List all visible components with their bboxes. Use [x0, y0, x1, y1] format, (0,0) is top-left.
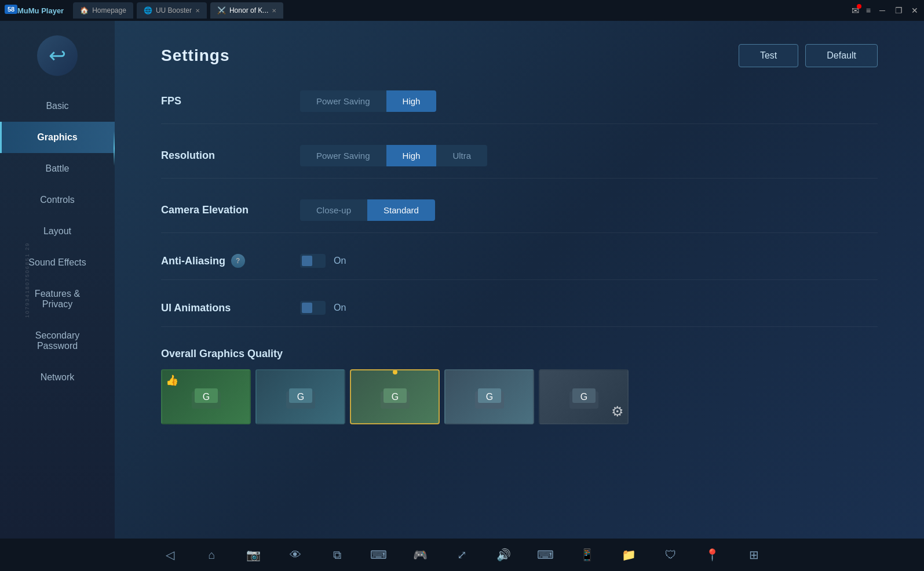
- taskbar-gamepad-icon[interactable]: 🎮: [411, 545, 430, 564]
- svg-text:G: G: [485, 392, 492, 402]
- camera-controls: Close-up Standard: [300, 199, 435, 221]
- tab-honor-icon: ⚔️: [217, 6, 226, 14]
- quality-thumb-1-badge: 👍: [166, 374, 178, 387]
- resolution-ultra-button[interactable]: Ultra: [436, 145, 487, 166]
- sidebar-item-features[interactable]: Features &Privacy: [0, 278, 115, 320]
- uianimations-value: On: [334, 303, 346, 313]
- svg-text:G: G: [202, 392, 209, 402]
- sidebar-item-basic[interactable]: Basic: [0, 90, 115, 122]
- quality-thumb-2-inner: G: [257, 370, 344, 423]
- content-header: Settings Test Default: [161, 44, 878, 67]
- notification-dot: [857, 4, 861, 9]
- taskbar-eye-icon[interactable]: 👁: [286, 545, 305, 564]
- taskbar-grid-icon[interactable]: ⊞: [745, 545, 764, 564]
- antialiasing-label: Anti-Aliasing ?: [161, 254, 300, 268]
- svg-text:G: G: [391, 392, 398, 402]
- tab-honor-label: Honor of K...: [229, 6, 268, 14]
- antialiasing-label-text: Anti-Aliasing: [161, 255, 225, 267]
- tab-homepage[interactable]: 🏠 Homepage: [73, 2, 133, 19]
- camera-setting-row: Camera Elevation Close-up Standard: [161, 199, 878, 233]
- sidebar-item-graphics[interactable]: Graphics: [0, 122, 115, 153]
- settings-icon[interactable]: ≡: [866, 6, 871, 15]
- resolution-power-saving-button[interactable]: Power Saving: [300, 145, 386, 166]
- resolution-label: Resolution: [161, 150, 300, 162]
- antialiasing-controls: On: [300, 254, 346, 268]
- taskbar-location-icon[interactable]: 📍: [703, 545, 722, 564]
- camera-label-text: Camera Elevation: [161, 204, 249, 216]
- taskbar-volume-icon[interactable]: 🔊: [495, 545, 513, 564]
- resolution-setting-row: Resolution Power Saving High Ultra: [161, 145, 878, 179]
- quality-thumb-3-dot: [393, 370, 397, 374]
- sidebar-battle-label: Battle: [46, 163, 70, 173]
- camera-standard-button[interactable]: Standard: [367, 199, 435, 221]
- quality-thumb-4[interactable]: G: [444, 369, 534, 424]
- tab-uu-close-icon[interactable]: ✕: [195, 8, 200, 14]
- fps-label: FPS: [161, 95, 300, 107]
- sidebar-item-controls[interactable]: Controls: [0, 184, 115, 216]
- camera-label: Camera Elevation: [161, 204, 300, 216]
- tab-homepage-icon: 🏠: [80, 6, 89, 14]
- fps-power-saving-button[interactable]: Power Saving: [300, 90, 386, 112]
- quality-thumbnails: G 👍 G: [161, 369, 878, 424]
- tab-uu-booster[interactable]: 🌐 UU Booster ✕: [137, 2, 207, 19]
- taskbar-folder-icon[interactable]: 📁: [620, 545, 638, 564]
- antialiasing-setting-row: Anti-Aliasing ? On: [161, 254, 878, 280]
- sidebar-layout-label: Layout: [43, 226, 71, 236]
- resolution-controls: Power Saving High Ultra: [300, 145, 487, 166]
- default-button[interactable]: Default: [805, 44, 878, 67]
- fps-button-group: Power Saving High: [300, 90, 436, 112]
- taskbar-mobile-icon[interactable]: 📱: [578, 545, 597, 564]
- sidebar-item-layout[interactable]: Layout: [0, 216, 115, 247]
- quality-label: Overall Graphics Quality: [161, 348, 878, 360]
- fps-setting-row: FPS Power Saving High: [161, 90, 878, 124]
- sidebar-item-secondary-password[interactable]: SecondaryPassword: [0, 320, 115, 362]
- tab-honor-close-icon[interactable]: ✕: [272, 8, 276, 14]
- logo-image: ↩: [37, 35, 78, 76]
- quality-thumb-5-gear-icon: ⚙: [611, 403, 624, 420]
- quality-thumb-3[interactable]: G: [350, 369, 440, 424]
- camera-closeup-button[interactable]: Close-up: [300, 199, 367, 221]
- antialiasing-help-icon[interactable]: ?: [228, 251, 248, 271]
- antialiasing-value: On: [334, 256, 346, 266]
- sidebar-item-network[interactable]: Network: [0, 362, 115, 393]
- uianimations-toggle-knob: [302, 303, 312, 313]
- sidebar-logo: ↩: [34, 32, 81, 79]
- sidebar-item-sound[interactable]: Sound Effects: [0, 247, 115, 278]
- restore-button[interactable]: ❐: [894, 6, 903, 15]
- side-scroll-text: 1079341807506851 29: [24, 242, 30, 318]
- taskbar: ◁ ⌂ 📷 👁 ⧉ ⌨ 🎮 ⤢ 🔊 ⌨ 📱 📁 🛡 📍 ⊞: [0, 539, 924, 571]
- antialiasing-toggle-knob: [302, 256, 312, 266]
- quality-thumb-3-inner: G: [351, 370, 439, 423]
- resolution-label-text: Resolution: [161, 150, 215, 162]
- quality-thumb-1[interactable]: G 👍: [161, 369, 251, 424]
- fps-controls: Power Saving High: [300, 90, 436, 112]
- sidebar: ↩ Basic Graphics Battle Controls Layout …: [0, 21, 115, 539]
- taskbar-shield-icon[interactable]: 🛡: [662, 545, 680, 564]
- resolution-high-button[interactable]: High: [386, 145, 437, 166]
- taskbar-copy-icon[interactable]: ⧉: [328, 545, 346, 564]
- taskbar-back-icon[interactable]: ◁: [161, 545, 180, 564]
- svg-text:G: G: [580, 392, 587, 402]
- taskbar-keyboard-icon[interactable]: ⌨: [370, 545, 388, 564]
- antialiasing-toggle[interactable]: [300, 254, 326, 268]
- quality-thumb-5[interactable]: G ⚙: [539, 369, 629, 424]
- taskbar-camera-icon[interactable]: 📷: [244, 545, 263, 564]
- quality-section: Overall Graphics Quality G 👍: [161, 348, 878, 424]
- main-layout: ↩ Basic Graphics Battle Controls Layout …: [0, 21, 924, 539]
- quality-thumb-2[interactable]: G: [255, 369, 345, 424]
- uianimations-label: UI Animations: [161, 302, 300, 314]
- fps-high-button[interactable]: High: [386, 90, 437, 112]
- window-controls: ✉ ≡ ─ ❐ ✕: [852, 5, 919, 16]
- taskbar-keyboard2-icon[interactable]: ⌨: [536, 545, 555, 564]
- uianimations-toggle[interactable]: [300, 301, 326, 315]
- minimize-button[interactable]: ─: [878, 6, 887, 15]
- tab-honor[interactable]: ⚔️ Honor of K... ✕: [210, 2, 283, 19]
- notification-icon[interactable]: ✉: [852, 5, 859, 16]
- tab-uu-icon: 🌐: [144, 6, 152, 14]
- test-button[interactable]: Test: [739, 44, 798, 67]
- sidebar-item-battle[interactable]: Battle: [0, 153, 115, 184]
- taskbar-resize-icon[interactable]: ⤢: [453, 545, 472, 564]
- svg-text:G: G: [297, 392, 304, 402]
- close-button[interactable]: ✕: [910, 6, 919, 15]
- taskbar-home-icon[interactable]: ⌂: [203, 545, 221, 564]
